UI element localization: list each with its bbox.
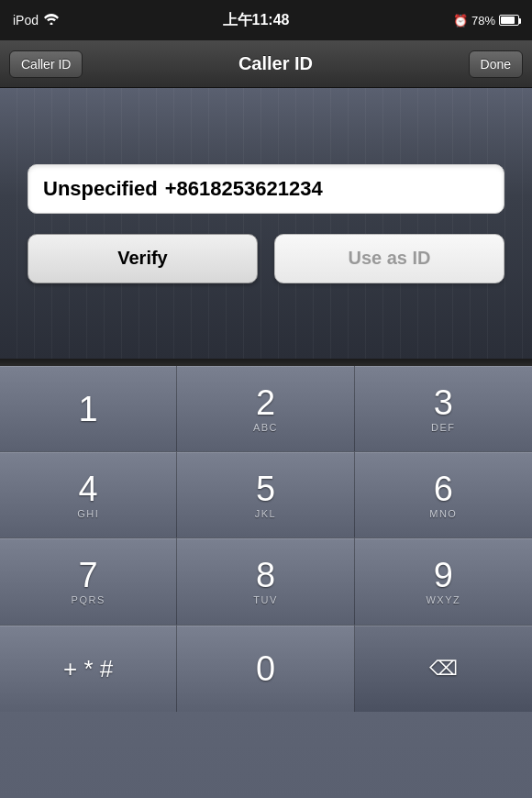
phone-label: Unspecified (43, 177, 158, 201)
key-letters: JKL (255, 508, 276, 519)
phone-number: +8618253621234 (165, 177, 323, 201)
key-7[interactable]: 7PQRS (0, 538, 177, 625)
back-button[interactable]: Caller ID (9, 50, 83, 78)
key-letters: PQRS (72, 594, 105, 605)
wifi-icon (44, 13, 59, 28)
key-1[interactable]: 1 (0, 366, 177, 452)
key-digit: ⌫ (429, 659, 458, 679)
nav-bar: Caller ID Caller ID Done (0, 40, 532, 88)
carrier-label: iPod (13, 13, 39, 28)
key-digit: 0 (256, 651, 275, 686)
key-digit: 1 (79, 392, 98, 427)
key-digit: 7 (79, 558, 98, 593)
key-4[interactable]: 4GHI (0, 452, 177, 538)
page-title: Caller ID (238, 53, 313, 74)
use-as-id-button[interactable]: Use as ID (274, 234, 504, 283)
key-digit: 3 (434, 385, 453, 420)
key-digit: 9 (434, 558, 453, 593)
phone-field[interactable]: Unspecified +8618253621234 (28, 164, 504, 214)
battery-label: 78% (471, 14, 495, 28)
done-button[interactable]: Done (469, 50, 523, 78)
key-digit: 4 (79, 471, 98, 506)
battery-icon (499, 15, 519, 26)
key-digit: 8 (256, 558, 275, 593)
key-digit: 2 (256, 385, 275, 420)
key-⌫[interactable]: ⌫ (355, 626, 532, 712)
key-0[interactable]: 0 (177, 626, 354, 712)
key-letters: ABC (253, 422, 278, 433)
status-bar: iPod 上午11:48 ⏰ 78% (0, 0, 532, 40)
key-letters: TUV (253, 594, 278, 605)
keypad: 12ABC3DEF4GHI5JKL6MNO7PQRS8TUV9WXYZ+ * #… (0, 366, 532, 798)
key-letters: WXYZ (426, 594, 460, 605)
key-letters: MNO (429, 508, 457, 519)
status-time: 上午11:48 (223, 11, 290, 30)
key-5[interactable]: 5JKL (177, 452, 354, 538)
svg-point-0 (50, 23, 53, 26)
key-digit: 5 (256, 471, 275, 506)
key-letters: DEF (431, 422, 456, 433)
key-+-*-#[interactable]: + * # (0, 626, 177, 712)
key-digit: + * # (63, 657, 113, 681)
key-9[interactable]: 9WXYZ (355, 538, 532, 625)
key-8[interactable]: 8TUV (177, 538, 354, 625)
top-area: Unspecified +8618253621234 Verify Use as… (0, 88, 532, 359)
status-right: ⏰ 78% (453, 14, 519, 28)
key-6[interactable]: 6MNO (355, 452, 532, 538)
key-letters: GHI (77, 508, 99, 519)
key-3[interactable]: 3DEF (355, 366, 532, 452)
status-left: iPod (13, 13, 59, 28)
divider (0, 359, 532, 366)
verify-button[interactable]: Verify (28, 234, 258, 283)
buttons-row: Verify Use as ID (28, 234, 504, 283)
key-digit: 6 (434, 471, 453, 506)
clock-icon: ⏰ (453, 14, 468, 28)
key-2[interactable]: 2ABC (177, 366, 354, 452)
